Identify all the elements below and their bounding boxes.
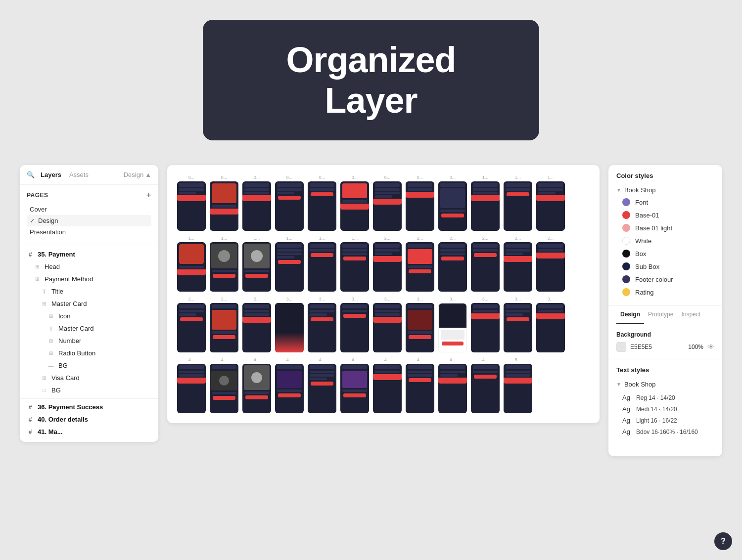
- frame-item[interactable]: 4...: [210, 357, 238, 413]
- frame-item[interactable]: 1...: [242, 236, 271, 292]
- frame-item[interactable]: 1...: [275, 236, 304, 292]
- frame-item[interactable]: 4...: [275, 357, 304, 413]
- frame-item[interactable]: 4...: [177, 357, 206, 413]
- frame-item[interactable]: 2...: [471, 236, 500, 292]
- frame-item[interactable]: 0...: [373, 175, 402, 231]
- add-page-button[interactable]: +: [146, 191, 151, 200]
- frame-item[interactable]: 4...: [340, 357, 369, 413]
- frame-item[interactable]: 1...: [210, 236, 238, 292]
- frame-item[interactable]: 4...: [438, 357, 467, 413]
- color-item-rating[interactable]: Rating: [616, 286, 714, 299]
- text-group-header[interactable]: ▼ Book Shop: [616, 379, 714, 390]
- frame-item[interactable]: 1...: [536, 175, 565, 231]
- frame-item[interactable]: 3...: [275, 297, 304, 352]
- layer-head[interactable]: ⊞ Head: [20, 260, 158, 273]
- frame-item[interactable]: 0...: [406, 175, 434, 231]
- frame-item[interactable]: 3...: [340, 297, 369, 352]
- layer-payment-method[interactable]: ⊞ Payment Method: [20, 273, 158, 285]
- page-item-cover[interactable]: Cover: [27, 204, 151, 215]
- tab-design[interactable]: Design ▲: [124, 171, 151, 178]
- frame-item[interactable]: 4...: [406, 357, 434, 413]
- color-styles-title: Color styles: [616, 172, 714, 179]
- layer-number[interactable]: ⊞ Number: [20, 335, 158, 347]
- canvas-area: 0... 0... 0... 0... 0... 0... 0... 0... …: [167, 165, 600, 423]
- color-group-header[interactable]: ▼ Book Shop: [616, 184, 714, 196]
- frame-item[interactable]: 3...: [406, 297, 434, 352]
- layer-36-payment-success[interactable]: # 36. Payment Success: [20, 401, 158, 413]
- tab-prototype[interactable]: Prototype: [644, 306, 677, 324]
- layer-icon[interactable]: ⊞ Icon: [20, 310, 158, 322]
- color-item-font[interactable]: Font: [616, 196, 714, 209]
- frame-item[interactable]: 4...: [242, 357, 271, 413]
- frames-row-2: 1... 1... 1... 1... 1... 1... 2... 2... …: [177, 236, 590, 292]
- frame-item[interactable]: 5...: [504, 357, 532, 413]
- layer-41[interactable]: # 41. Ma...: [20, 426, 158, 438]
- frame-item[interactable]: 2...: [438, 236, 467, 292]
- frame-item[interactable]: 0...: [308, 175, 336, 231]
- text-style-medi14[interactable]: Ag Medi 14 · 14/20: [616, 403, 714, 415]
- tab-assets[interactable]: Assets: [69, 171, 89, 178]
- frame-item[interactable]: 2...: [406, 236, 434, 292]
- frame-item[interactable]: 3...: [438, 297, 467, 352]
- frame-item[interactable]: 0...: [210, 175, 238, 231]
- frame-item[interactable]: 4...: [373, 357, 402, 413]
- frame-item[interactable]: 3...: [504, 297, 532, 352]
- tab-inspect[interactable]: Inspect: [677, 306, 704, 324]
- page-item-design[interactable]: ✓ Design: [27, 215, 151, 226]
- color-item-base01light[interactable]: Base 01 light: [616, 221, 714, 234]
- text-style-light16[interactable]: Ag Light 16 · 16/22: [616, 415, 714, 426]
- frames-row-1: 0... 0... 0... 0... 0... 0... 0... 0... …: [177, 175, 590, 231]
- frame-item[interactable]: 1...: [177, 236, 206, 292]
- bg-color-swatch[interactable]: [616, 342, 626, 352]
- search-icon[interactable]: 🔍: [27, 171, 35, 178]
- layer-40-order-details[interactable]: # 40. Order details: [20, 413, 158, 426]
- layer-bg-rect[interactable]: □ BG: [20, 384, 158, 396]
- frame-item[interactable]: 2...: [177, 297, 206, 352]
- frame-item[interactable]: 0...: [275, 175, 304, 231]
- frame-item[interactable]: 0...: [438, 175, 467, 231]
- visibility-toggle-icon[interactable]: 👁: [707, 343, 714, 351]
- color-item-base01[interactable]: Base-01: [616, 209, 714, 221]
- frame-item[interactable]: 2...: [210, 297, 238, 352]
- layer-radio-button[interactable]: ⊞ Radio Button: [20, 347, 158, 359]
- layer-35-payment[interactable]: # 35. Payment: [20, 248, 158, 260]
- frame-item[interactable]: 2...: [242, 297, 271, 352]
- layer-visa-card[interactable]: ⊞ Visa Card: [20, 372, 158, 384]
- text-style-reg14[interactable]: Ag Reg 14 · 14/20: [616, 392, 714, 403]
- layer-bg-line[interactable]: — BG: [20, 359, 158, 372]
- color-item-white[interactable]: White: [616, 234, 714, 247]
- frame-item[interactable]: 4...: [308, 357, 336, 413]
- color-item-box[interactable]: Box: [616, 247, 714, 260]
- frames-row-3: 2... 2... 2... 3... 3... 3... 3... 3... …: [177, 297, 590, 352]
- color-item-subbox[interactable]: Sub Box: [616, 260, 714, 273]
- frame-item[interactable]: 0...: [340, 175, 369, 231]
- frame-item[interactable]: 1...: [471, 175, 500, 231]
- layer-master-card-group[interactable]: ⊞ Master Card: [20, 298, 158, 310]
- frame-item[interactable]: 3...: [308, 297, 336, 352]
- pages-title: Pages: [27, 192, 48, 199]
- frame-item[interactable]: 3...: [471, 297, 500, 352]
- frame-item[interactable]: 0...: [242, 175, 271, 231]
- frame-item[interactable]: 3...: [536, 297, 565, 352]
- ag-label-3: Ag: [622, 417, 632, 424]
- frame-item[interactable]: 0...: [177, 175, 206, 231]
- text-style-bdov16[interactable]: Ag Bdov 16·160% · 16/160: [616, 426, 714, 437]
- frame-item[interactable]: 3...: [373, 297, 402, 352]
- frame-item[interactable]: 1...: [308, 236, 336, 292]
- layer-title[interactable]: T Title: [20, 285, 158, 298]
- tab-design[interactable]: Design: [616, 306, 644, 324]
- frame-item[interactable]: 2...: [373, 236, 402, 292]
- color-styles-section: Color styles ▼ Book Shop Font Base-01 Ba…: [608, 165, 722, 306]
- color-item-footer[interactable]: Footer colour: [616, 273, 714, 286]
- tab-layers[interactable]: Layers: [41, 171, 61, 178]
- frame-item[interactable]: 4...: [471, 357, 500, 413]
- layer-master-card-text[interactable]: T Master Card: [20, 322, 158, 335]
- bg-opacity-value[interactable]: 100%: [688, 344, 703, 350]
- frame-item[interactable]: 2...: [504, 236, 532, 292]
- page-item-presentation[interactable]: Presentation: [27, 226, 151, 238]
- frame-item[interactable]: 1...: [504, 175, 532, 231]
- bg-hex-value[interactable]: E5E5E5: [630, 344, 684, 350]
- line-icon: —: [47, 363, 54, 369]
- frame-item[interactable]: 1...: [340, 236, 369, 292]
- frame-item[interactable]: 2...: [536, 236, 565, 292]
